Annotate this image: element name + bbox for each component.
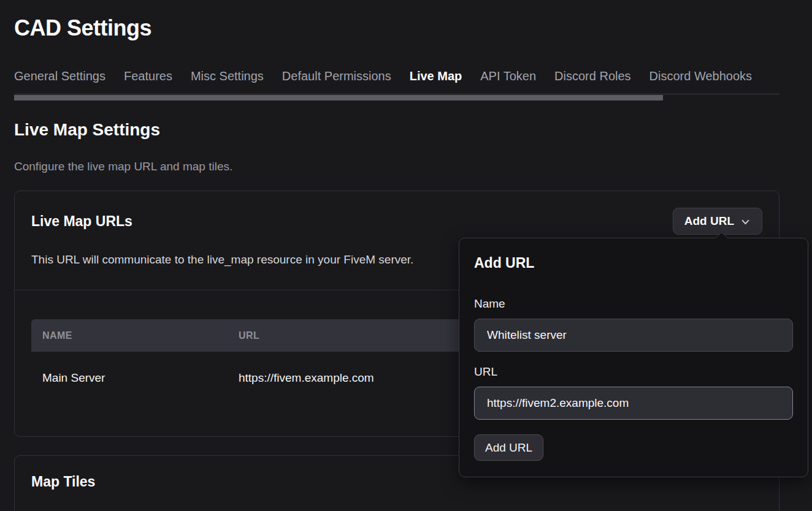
url-input[interactable] bbox=[474, 387, 793, 420]
card-header: Live Map URLs Add URL bbox=[31, 208, 762, 235]
tab-live-map[interactable]: Live Map bbox=[410, 69, 462, 83]
tab-discord-webhooks[interactable]: Discord Webhooks bbox=[649, 69, 752, 83]
section-description: Configure the live map URL and map tiles… bbox=[14, 159, 779, 175]
popover-title: Add URL bbox=[474, 254, 793, 271]
table-header-name: NAME bbox=[31, 330, 228, 341]
add-url-popover: Add URL Name URL Add URL bbox=[459, 238, 808, 477]
chevron-down-icon bbox=[740, 217, 751, 227]
name-input[interactable] bbox=[474, 319, 793, 352]
add-url-submit-button[interactable]: Add URL bbox=[474, 434, 543, 461]
table-cell-name: Main Server bbox=[31, 370, 228, 385]
tab-list: General Settings Features Misc Settings … bbox=[14, 69, 812, 83]
tab-general-settings[interactable]: General Settings bbox=[14, 69, 105, 83]
add-url-dropdown-button[interactable]: Add URL bbox=[673, 208, 762, 235]
tab-misc-settings[interactable]: Misc Settings bbox=[191, 69, 264, 83]
tab-api-token[interactable]: API Token bbox=[480, 69, 536, 83]
tab-bar-scrollbar[interactable] bbox=[14, 95, 663, 100]
page-title: CAD Settings bbox=[14, 15, 779, 42]
section-title: Live Map Settings bbox=[14, 119, 779, 140]
tab-bar: General Settings Features Misc Settings … bbox=[14, 69, 779, 100]
tab-discord-roles[interactable]: Discord Roles bbox=[554, 69, 630, 83]
add-url-dropdown-label: Add URL bbox=[684, 214, 734, 228]
tab-features[interactable]: Features bbox=[124, 69, 172, 83]
url-field-label: URL bbox=[474, 364, 793, 379]
tab-default-permissions[interactable]: Default Permissions bbox=[282, 69, 391, 83]
card-title: Live Map URLs bbox=[31, 212, 132, 230]
name-field-label: Name bbox=[474, 296, 793, 311]
